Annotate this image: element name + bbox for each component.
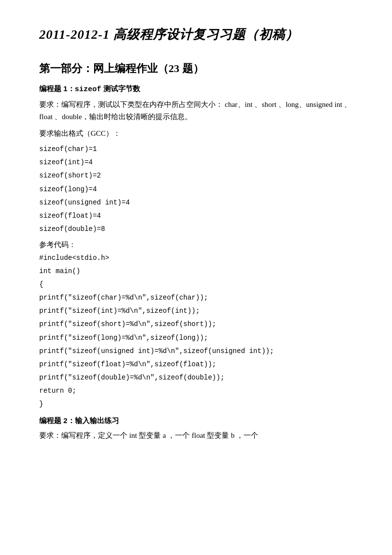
problem2-title-prefix: 编程题 2：	[39, 416, 75, 425]
output-line-4: sizeof(long)=4	[39, 184, 363, 195]
code-line-1: #include<stdio.h>	[39, 252, 363, 264]
code-line-6: printf("sizeof(char)=%d\n",sizeof(char))…	[39, 292, 363, 303]
output-line-1: sizeof(char)=1	[39, 144, 363, 155]
problem1-desc1: 要求：编写程序，测试以下类型在内存中所占空间大小： char、int 、shor…	[39, 99, 363, 124]
code-line-3: int main()	[39, 266, 363, 277]
output-line-5: sizeof(unsigned int)=4	[39, 197, 363, 208]
output-line-2: sizeof(int)=4	[39, 157, 363, 168]
main-title: 2011-2012-1 高级程序设计复习习题（初稿）	[39, 25, 363, 45]
code-line-20: return 0;	[39, 385, 363, 397]
section1-title: 第一部分：网上编程作业（23 题）	[39, 60, 363, 77]
problem2-title-suffix: 输入输出练习	[75, 416, 119, 425]
code-line-8: printf("sizeof(int)=%d\n",sizeof(int));	[39, 305, 363, 317]
code-line-16: printf("sizeof(float)=%d\n",sizeof(float…	[39, 359, 363, 370]
ref-code-label: 参考代码：	[39, 239, 363, 251]
code-line-12: printf("sizeof(long)=%d\n",sizeof(long))…	[39, 332, 363, 344]
problem2-title: 编程题 2：输入输出练习	[39, 415, 363, 427]
problem1-format-label: 要求输出格式（GCC）：	[39, 127, 363, 140]
code-line-10: printf("sizeof(short)=%d\n",sizeof(short…	[39, 319, 363, 330]
problem1-output-block: sizeof(char)=1 sizeof(int)=4 sizeof(shor…	[39, 144, 363, 235]
problem2-desc1: 要求：编写程序，定义一个 int 型变量 a ，一个 float 型变量 b ，…	[39, 429, 363, 442]
output-line-7: sizeof(double)=8	[39, 224, 363, 235]
code-line-14: printf("sizeof(unsigned int)=%d\n",sizeo…	[39, 346, 363, 357]
problem1-title-keyword: sizeof	[75, 85, 101, 94]
problem1-title-suffix: 测试字节数	[101, 84, 140, 93]
code-line-18: printf("sizeof(double)=%d\n",sizeof(doub…	[39, 372, 363, 383]
problem1-title-prefix: 编程题 1：	[39, 84, 75, 93]
code-line-22: }	[39, 399, 363, 410]
problem1-title: 编程题 1：sizeof 测试字节数	[39, 83, 363, 96]
output-line-3: sizeof(short)=2	[39, 170, 363, 181]
problem1-code-block: #include<stdio.h> int main() { printf("s…	[39, 252, 363, 410]
output-line-6: sizeof(float)=4	[39, 210, 363, 222]
code-line-5: {	[39, 279, 363, 290]
